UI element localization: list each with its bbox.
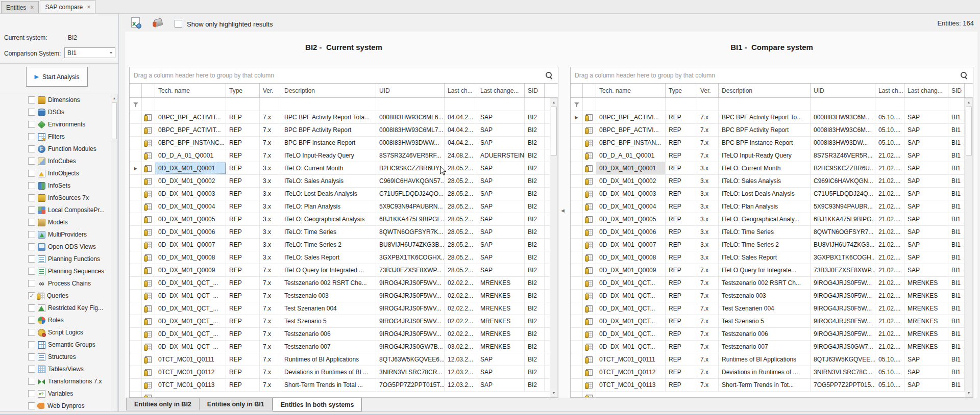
cell-sid[interactable]: BI2 xyxy=(525,251,545,264)
table-row[interactable]: 0D_DX_M01_Q0003REP3.xITeLO: Lost Deals A… xyxy=(571,188,973,200)
cell-last-changed[interactable]: 21.02.... xyxy=(875,341,904,353)
sidebar-item-tables-views[interactable]: Tables/Views xyxy=(0,363,110,375)
table-row[interactable]: 0D_DX_M01_Q0002REP3.xITeLO: Sales Analys… xyxy=(571,175,973,188)
cell-sid[interactable]: BI2 xyxy=(525,315,545,327)
cell-description[interactable]: Testszenario 002 RSRT Ch... xyxy=(719,277,811,289)
cell-version[interactable]: 7.x xyxy=(697,366,719,378)
cell-last-changed[interactable]: 05.10.... xyxy=(875,379,904,391)
cell-version[interactable]: 7.x xyxy=(697,290,719,302)
cell-uid[interactable]: 8S7SR3Z46VER5RF... xyxy=(376,149,445,162)
scroll-up-icon[interactable]: ▲ xyxy=(550,98,557,106)
cell-uid[interactable]: 8QTJ63W5KGQVEE6... xyxy=(376,353,445,366)
cell-version[interactable]: 7.x xyxy=(697,379,719,391)
cell-last-changed[interactable]: 21.02.... xyxy=(875,188,904,200)
scroll-up-icon[interactable]: ▲ xyxy=(965,98,972,106)
cell-tech-name[interactable]: 0TCT_MC01_Q0112 xyxy=(155,366,226,378)
cell-sid[interactable]: BI2 xyxy=(525,149,545,162)
cell-description[interactable]: ITeLO Query for Integrate... xyxy=(719,264,811,276)
filter-cell[interactable] xyxy=(155,98,226,111)
cell-type[interactable]: REP xyxy=(666,162,697,174)
cell-uid[interactable]: 9IROG4JRJS0F5W... xyxy=(811,302,875,315)
cell-description[interactable]: Deviations in Runtimes of BI ... xyxy=(281,366,376,378)
cell-description[interactable]: Testszenaio 003 xyxy=(719,290,811,302)
cell-last-changed[interactable]: 28.05.2... xyxy=(445,213,477,225)
cell-uid[interactable]: BU8VIJH6U74ZKG3... xyxy=(811,239,875,251)
cell-uid[interactable]: 6BJ1KKA475L9BIPGL... xyxy=(376,213,445,225)
cell-tech-name[interactable]: 0D_DX_M01_QCT... xyxy=(596,328,666,340)
cell-type[interactable]: REP xyxy=(226,162,260,174)
checkbox-infoobjects[interactable] xyxy=(28,170,35,177)
cell-tech-name[interactable]: 0BPC_BPF_ACTIVI... xyxy=(596,111,666,123)
cell-sid[interactable]: BI1 xyxy=(948,111,965,123)
cell-uid[interactable]: 9IROG4JRJS0F5WV... xyxy=(376,315,445,327)
cell-type[interactable]: REP xyxy=(226,353,260,366)
cell-sid[interactable]: BI1 xyxy=(948,239,965,251)
cell-last-changed-by[interactable]: SAP xyxy=(477,175,525,187)
checkbox-environments[interactable] xyxy=(28,121,35,128)
cell-sid[interactable]: BI2 xyxy=(525,226,545,238)
filter-row[interactable] xyxy=(571,98,973,111)
cell-type[interactable]: REP xyxy=(666,175,697,187)
cell-description[interactable]: Runtimes of BI Applications xyxy=(719,353,811,366)
cell-type[interactable]: REP xyxy=(226,149,260,162)
checkbox-queries[interactable]: ✓ xyxy=(28,292,35,299)
cell-sid[interactable]: BI2 xyxy=(525,188,545,200)
cell-last-changed-by[interactable]: SAP xyxy=(904,379,948,391)
cell-sid[interactable]: BI2 xyxy=(525,290,545,302)
table-row[interactable]: 0D_DX_M01_QCT_...REP7.xTestszenario 0069… xyxy=(130,328,558,341)
cell-last-changed-by[interactable]: SAP xyxy=(904,124,948,136)
cell-version[interactable]: 7.x xyxy=(697,328,719,340)
filter-cell[interactable] xyxy=(583,98,596,111)
sidebar-item-queries[interactable]: ✓Queries xyxy=(0,290,110,302)
cell-description[interactable]: ITeLO: Sales Report xyxy=(719,251,811,264)
group-by-bar[interactable]: Drag a column header here to group by th… xyxy=(129,67,558,84)
cell-uid[interactable]: 3GXPBX1TK6COGH... xyxy=(811,251,875,264)
column-header-sid[interactable]: SID xyxy=(525,84,545,97)
sidebar-item-dsos[interactable]: DSOs xyxy=(0,106,110,118)
checkbox-web-dynpros[interactable] xyxy=(28,402,35,409)
cell-uid[interactable]: 9IROG4JRJS0F5W... xyxy=(811,328,875,340)
cell-last-changed[interactable]: 21.02.... xyxy=(875,149,904,162)
cell-uid[interactable]: C969IC6HAVKQGN... xyxy=(811,175,875,187)
cell-last-changed[interactable]: 05.10.... xyxy=(875,366,904,378)
cell-version[interactable]: 7.x xyxy=(697,341,719,353)
cell-uid[interactable]: 73B3J0EZXSF8XWP... xyxy=(811,264,875,276)
cell-uid[interactable]: 0008I83HW93C6M... xyxy=(811,111,875,123)
sidebar-item-filters[interactable]: Filters xyxy=(0,131,110,143)
cell-version[interactable]: 7.x xyxy=(260,264,281,276)
column-header-last-ch[interactable]: Last ch... xyxy=(875,84,904,97)
cell-type[interactable]: REP xyxy=(666,302,697,315)
sidebar-item-process-chains[interactable]: Process Chains xyxy=(0,277,110,290)
cell-last-changed[interactable]: 03.02.2... xyxy=(445,341,477,353)
cell-tech-name[interactable]: 0BPC_BPF_ACTIVI... xyxy=(596,124,666,136)
cell-version[interactable]: 7.x xyxy=(260,341,281,353)
search-icon[interactable] xyxy=(546,72,553,79)
cell-type[interactable]: REP xyxy=(666,149,697,162)
cell-version[interactable]: 7.x xyxy=(260,111,281,123)
cell-last-changed[interactable]: 21.02.... xyxy=(875,277,904,289)
export-to-excel-icon[interactable] xyxy=(131,17,140,28)
cell-version[interactable]: 7.x xyxy=(697,137,719,149)
cell-last-changed-by[interactable]: MRENKES xyxy=(477,277,525,289)
table-row[interactable]: 0TCT_MC01_Q0111REP7.xRuntimes of BI Appl… xyxy=(130,353,558,366)
cell-last-changed[interactable]: 12.03.2... xyxy=(445,353,477,366)
cell-last-changed[interactable]: 04.04.2... xyxy=(445,124,477,136)
cell-type[interactable]: REP xyxy=(666,226,697,238)
cell-last-changed-by[interactable]: MRENKES xyxy=(904,341,948,353)
cell-last-changed[interactable]: 24.08.2... xyxy=(445,149,477,162)
cell-tech-name[interactable]: 0D_DX_M01_Q0008 xyxy=(155,251,226,264)
checkbox-restricted-key-fig[interactable] xyxy=(28,304,35,312)
cell-sid[interactable]: BI2 xyxy=(525,213,545,225)
table-row[interactable]: 0TCT_MC01_Q0112REP7.xDeviations in Runti… xyxy=(571,366,973,379)
cell-sid[interactable]: BI1 xyxy=(948,251,965,264)
cell-type[interactable]: REP xyxy=(226,366,260,378)
cell-uid[interactable]: 0008I83HW93DWW... xyxy=(376,137,445,149)
sidebar-item-models[interactable]: Models xyxy=(0,216,110,228)
cell-version[interactable]: 7.x xyxy=(260,302,281,315)
column-header-tech-name[interactable]: Tech. name xyxy=(155,84,226,97)
cell-last-changed-by[interactable]: SAP xyxy=(477,353,525,366)
cell-description[interactable]: ITeLO: Current Month xyxy=(719,162,811,174)
cell-last-changed-by[interactable]: SAP xyxy=(477,251,525,264)
start-analysis-button[interactable]: ▶ Start Analysis xyxy=(26,67,88,87)
cell-description[interactable]: Short-Term Trends in Total ... xyxy=(281,379,376,391)
